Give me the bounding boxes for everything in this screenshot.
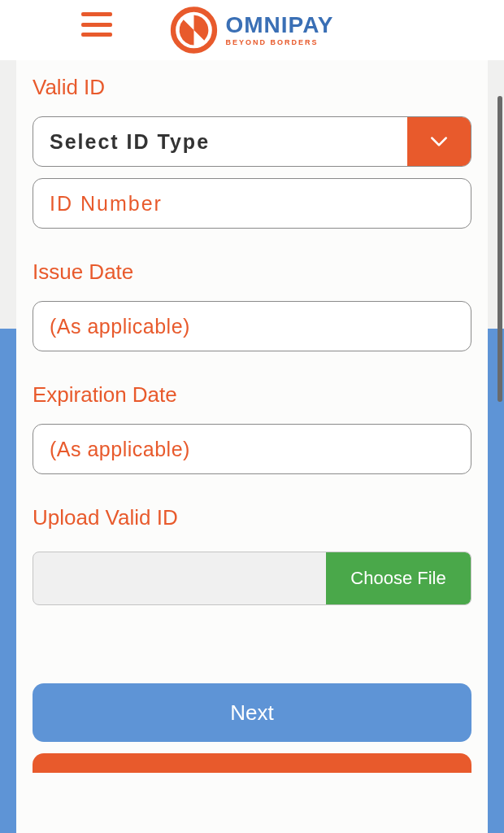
secondary-button-partial[interactable]	[33, 753, 471, 773]
dropdown-button[interactable]	[407, 117, 471, 166]
logo-text-group: OMNIPAY BEYOND BORDERS	[225, 14, 333, 46]
top-header: OMNIPAY BEYOND BORDERS	[0, 0, 504, 60]
scrollbar-thumb[interactable]	[497, 96, 502, 402]
brand-logo[interactable]: OMNIPAY BEYOND BORDERS	[170, 7, 333, 54]
brand-name: OMNIPAY	[225, 14, 333, 37]
menu-icon[interactable]	[81, 12, 112, 37]
valid-id-label: Valid ID	[33, 75, 471, 100]
issue-date-input[interactable]	[33, 301, 471, 351]
form-card: Valid ID Select ID Type Issue Date Expir…	[16, 60, 488, 833]
issue-date-label: Issue Date	[33, 259, 471, 285]
file-upload-wrap: Choose File	[33, 552, 471, 605]
choose-file-button[interactable]: Choose File	[326, 552, 471, 604]
id-type-select[interactable]: Select ID Type	[33, 116, 471, 167]
expiration-date-label: Expiration Date	[33, 382, 471, 408]
id-type-select-value: Select ID Type	[33, 130, 407, 154]
file-name-display	[33, 552, 326, 604]
chevron-down-icon	[428, 131, 450, 152]
expiration-date-input[interactable]	[33, 424, 471, 474]
brand-tagline: BEYOND BORDERS	[225, 38, 333, 46]
next-button[interactable]: Next	[33, 683, 471, 742]
upload-valid-id-label: Upload Valid ID	[33, 505, 471, 530]
id-number-input[interactable]	[33, 178, 471, 229]
logo-icon	[170, 7, 217, 54]
